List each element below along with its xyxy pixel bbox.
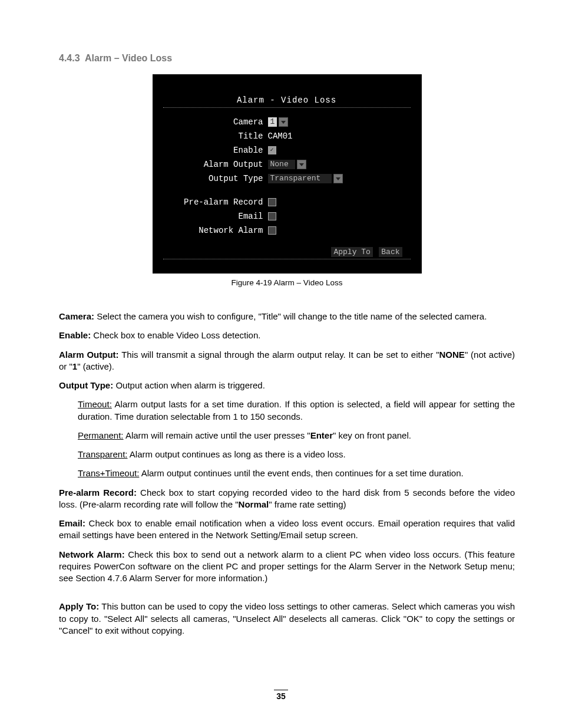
alarm-output-description: Alarm Output: This will transmit a signa… bbox=[59, 349, 515, 373]
section-heading: 4.4.3 Alarm – Video Loss bbox=[59, 53, 515, 64]
transparent-description: Transparent: Alarm output continues as l… bbox=[78, 449, 515, 460]
timeout-description: Timeout: Alarm output lasts for a set ti… bbox=[78, 398, 515, 423]
chevron-down-icon[interactable] bbox=[279, 117, 288, 127]
chevron-down-icon[interactable] bbox=[333, 174, 343, 183]
email-label: Email bbox=[157, 210, 268, 222]
prealarm-checkbox[interactable] bbox=[268, 198, 276, 206]
enable-description: Enable: Check box to enable Video Loss d… bbox=[59, 330, 515, 341]
figure-caption: Figure 4-19 Alarm – Video Loss bbox=[59, 278, 515, 287]
prealarm-label: Pre-alarm Record bbox=[157, 196, 268, 208]
screenshot-title: Alarm - Video Loss bbox=[163, 80, 411, 108]
back-button[interactable]: Back bbox=[379, 247, 402, 257]
network-alarm-checkbox[interactable] bbox=[268, 226, 276, 235]
title-value: CAM01 bbox=[268, 130, 293, 142]
permanent-description: Permanent: Alarm will remain active unti… bbox=[78, 430, 515, 442]
trans-timeout-description: Trans+Timeout: Alarm output continues un… bbox=[78, 467, 515, 479]
email-checkbox[interactable] bbox=[268, 212, 276, 220]
apply-to-description: Apply To: This button can be used to cop… bbox=[59, 601, 515, 637]
alarm-output-label: Alarm Output bbox=[157, 159, 268, 170]
output-type-description: Output Type: Output action when alarm is… bbox=[59, 380, 515, 391]
output-type-select[interactable]: Transparent bbox=[268, 174, 332, 183]
apply-to-button[interactable]: Apply To bbox=[331, 247, 372, 257]
alarm-video-loss-screenshot: Alarm - Video Loss Camera 1 Title CAM01 … bbox=[153, 74, 422, 274]
alarm-output-select[interactable]: None bbox=[268, 160, 295, 169]
email-description: Email: Check box to enable email notific… bbox=[59, 518, 515, 542]
enable-checkbox[interactable] bbox=[268, 146, 276, 154]
enable-label: Enable bbox=[157, 144, 268, 156]
page-number: 35 bbox=[0, 691, 562, 701]
chevron-down-icon[interactable] bbox=[297, 160, 306, 169]
camera-select[interactable]: 1 bbox=[268, 117, 277, 127]
camera-description: Camera: Select the camera you wish to co… bbox=[59, 311, 515, 322]
output-type-label: Output Type bbox=[157, 173, 268, 185]
figure-container: Alarm - Video Loss Camera 1 Title CAM01 … bbox=[59, 74, 515, 274]
prealarm-description: Pre-alarm Record: Check box to start cop… bbox=[59, 487, 515, 511]
camera-label: Camera bbox=[157, 116, 268, 128]
title-label: Title bbox=[157, 130, 268, 142]
network-alarm-description: Network Alarm: Check this box to send ou… bbox=[59, 549, 515, 585]
network-alarm-label: Network Alarm bbox=[157, 225, 268, 236]
